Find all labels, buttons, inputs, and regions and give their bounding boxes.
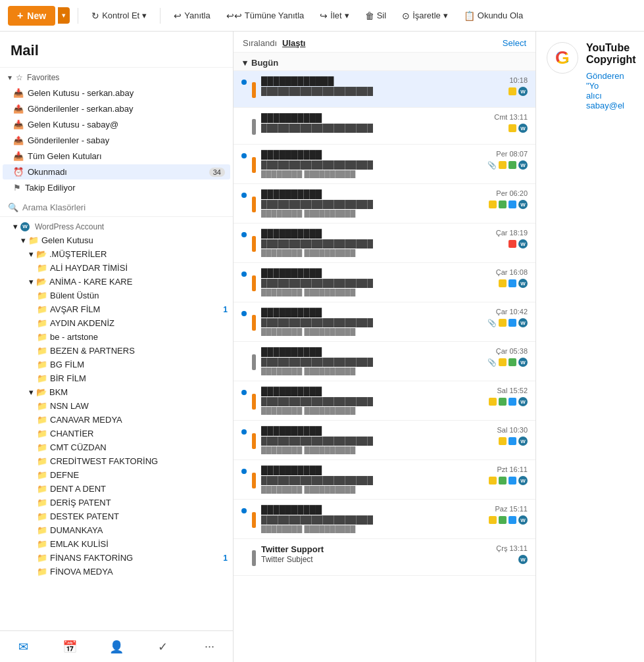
new-dropdown-button[interactable]: ▾	[58, 7, 70, 24]
all-inbox-icon: 📥	[13, 151, 24, 161]
folder15-icon: 📁	[37, 429, 47, 438]
yanitla-button[interactable]: ↩ Yanıtla	[168, 8, 216, 24]
email-meta: Paz 15:11	[489, 505, 528, 525]
today-group-header: ▾ Bugün	[234, 53, 535, 71]
blue-tag	[508, 398, 516, 406]
tree-item-bg-film[interactable]: 📁 BG FİLM	[0, 358, 233, 371]
tree-item-chantier[interactable]: 📁 CHANTİER	[0, 427, 233, 440]
tree-item-avsar[interactable]: 📁 AVŞAR FİLM 1	[0, 302, 233, 316]
tree-item-anima[interactable]: ▾ 📂 ANİMA - KARE KARE	[0, 275, 233, 289]
new-button[interactable]: + New	[8, 6, 55, 26]
nav-contacts[interactable]: 👤	[101, 636, 132, 657]
email-preview: ████████ ██████████	[261, 210, 483, 218]
tree-item-musteriler[interactable]: ▾ 📂 .MÜŞTERİLER	[0, 247, 233, 261]
yellow-tag	[499, 161, 507, 169]
nav-calendar[interactable]: 📅	[54, 636, 86, 657]
tumune-button[interactable]: ↩↩ Tümüne Yanıtla	[221, 8, 310, 24]
select-button[interactable]: Select	[503, 38, 526, 48]
email-item[interactable]: ██████████ ████████████████████ ████████…	[234, 184, 535, 224]
tree-item-label: BİR FİLM	[50, 373, 86, 383]
nav-mail[interactable]: ✉	[7, 636, 39, 657]
folder25-icon: 📁	[37, 567, 47, 577]
isaretl-button[interactable]: ⊙ İşaretle ▾	[397, 8, 453, 24]
flag-icon: ⊙	[402, 11, 410, 21]
favorites-header[interactable]: ▾ ☆ Favorites	[0, 70, 233, 85]
folder13-icon: 📁	[37, 401, 47, 411]
folder21-icon: 📁	[37, 511, 47, 521]
nav-more[interactable]: ···	[194, 636, 226, 657]
yellow-tag	[508, 87, 516, 95]
tree-item-bkm[interactable]: ▾ 📂 BKM	[0, 385, 233, 399]
tree-item-aydin[interactable]: 📁 AYDIN AKDENİZ	[0, 316, 233, 330]
category-dot	[252, 354, 256, 370]
tree-item-be-artstone[interactable]: 📁 be - artstone	[0, 330, 233, 344]
email-time: Per 08:07	[496, 150, 528, 158]
collapse-icon: ▾	[13, 222, 18, 231]
email-sender: ██████████	[261, 347, 482, 357]
tree-item-bezen[interactable]: 📁 BEZEN & PARTNERS	[0, 344, 233, 358]
bottom-nav: ✉ 📅 👤 ✓ ···	[0, 630, 233, 662]
email-item[interactable]: ██████████ ████████████████████ ████████…	[234, 224, 535, 263]
email-item[interactable]: ██████████ ████████████████████ ████████…	[234, 381, 535, 421]
email-tags: 📎	[487, 318, 528, 327]
email-list-header: Sıralandı Ulaştı Select	[234, 32, 535, 53]
tree-item-finova[interactable]: 📁 FİNOVA MEDYA	[0, 565, 233, 579]
sidebar-item-okunmadi[interactable]: ⏰ Okunmadı 34	[3, 164, 230, 179]
tree-item-dumankaya[interactable]: 📁 DUMANKAYA	[0, 523, 233, 537]
main-layout: Mail ▾ ☆ Favorites 📥 Gelen Kutusu - serk…	[0, 32, 644, 662]
refresh-icon: ↻	[91, 11, 99, 21]
email-item[interactable]: ██████████ ████████████████████ ████████…	[234, 342, 535, 381]
tree-item-gelen-kutusu[interactable]: ▾ 📁 Gelen Kutusu	[0, 233, 233, 247]
tree-item-wp[interactable]: ▾ WordPress Account	[0, 220, 233, 233]
sidebar-item-label: Gönderilenler - serkan.abay	[28, 104, 225, 114]
email-item[interactable]: ████████████ ████████████████████ 10:18	[234, 71, 535, 108]
sidebar-item-gonderilen1[interactable]: 📤 Gönderilenler - serkan.abay	[3, 101, 230, 116]
email-content: Twitter Support Twitter Subject	[261, 544, 491, 564]
email-item[interactable]: ██████████ ████████████████████ Cmt 13:1…	[234, 108, 535, 145]
email-meta: Cmt 13:11	[494, 113, 528, 133]
tree-item-ali-haydar[interactable]: 📁 ALİ HAYDAR TİMİSİ	[0, 261, 233, 275]
collapse2-icon: ▾	[21, 235, 26, 245]
email-item[interactable]: ██████████ ████████████████████ ████████…	[234, 460, 535, 500]
tree-item-canavar[interactable]: 📁 CANAVAR MEDYA	[0, 413, 233, 427]
email-time: Cmt 13:11	[494, 113, 528, 121]
email-subject: ████████████████████	[261, 515, 483, 525]
tree-item-defne[interactable]: 📁 DEFNE	[0, 468, 233, 482]
search-icon: 🔍	[8, 202, 18, 212]
email-item[interactable]: ██████████ ████████████████████ ████████…	[234, 145, 535, 184]
tree-item-cmt[interactable]: 📁 CMT CÜZDAN	[0, 440, 233, 454]
tree-item-creditwest[interactable]: 📁 CREDİTWEST FAKTORİNG	[0, 454, 233, 468]
sidebar-item-gonderilen2[interactable]: 📤 Gönderilenler - sabay	[3, 133, 230, 148]
sidebar-item-label: Gelen Kutusu - sabay@	[28, 120, 225, 130]
search-input[interactable]	[22, 202, 225, 212]
tree-item-emlak[interactable]: 📁 EMLAK KULİSİ	[0, 537, 233, 551]
tree-item-deris[interactable]: 📁 DERİŞ PATENT	[0, 496, 233, 509]
read-indicator	[241, 347, 247, 352]
tree-item-bulent[interactable]: 📁 Bülent Üstün	[0, 289, 233, 302]
folder20-icon: 📁	[37, 498, 47, 508]
sidebar-item-gelen1[interactable]: 📥 Gelen Kutusu - serkan.abay	[3, 85, 230, 101]
tree-item-bir-film[interactable]: 📁 BİR FİLM	[0, 371, 233, 385]
sidebar-item-tum-gelen[interactable]: 📥 Tüm Gelen Kutuları	[3, 149, 230, 164]
sidebar-item-takip[interactable]: ⚑ Takip Ediliyor	[3, 180, 230, 195]
sidebar-item-gelen2[interactable]: 📥 Gelen Kutusu - sabay@	[3, 117, 230, 132]
email-item[interactable]: ██████████ ████████████████████ ████████…	[234, 500, 535, 539]
email-item[interactable]: Twitter Support Twitter Subject Çrş 13:1…	[234, 539, 535, 576]
okundu-button[interactable]: 📋 Okundu Ola	[458, 8, 528, 24]
tree-item-dent[interactable]: 📁 DENT A DENT	[0, 482, 233, 496]
email-tags	[489, 476, 528, 485]
tree-item-nsn-law[interactable]: 📁 NSN LAW	[0, 399, 233, 413]
sil-button[interactable]: 🗑 Sil	[360, 8, 391, 24]
kontrol-button[interactable]: ↻ Kontrol Et ▾	[86, 8, 152, 24]
email-tags	[508, 124, 528, 133]
sidebar-item-label: Takip Ediliyor	[25, 183, 225, 193]
email-item[interactable]: ██████████ ████████████████████ ████████…	[234, 302, 535, 342]
nav-tasks[interactable]: ✓	[147, 636, 179, 657]
tree-item-finans[interactable]: 📁 FİNANS FAKTORİNG 1	[0, 551, 233, 565]
email-item[interactable]: ██████████ ████████████████████ ████████…	[234, 421, 535, 460]
email-item[interactable]: ██████████ ████████████████████ ████████…	[234, 263, 535, 302]
filter-active[interactable]: Ulaştı	[282, 38, 305, 48]
ilet-button[interactable]: ↪ İlet ▾	[314, 8, 354, 24]
folder9-icon: 📁	[37, 346, 47, 356]
tree-item-destek[interactable]: 📁 DESTEK PATENT	[0, 509, 233, 523]
